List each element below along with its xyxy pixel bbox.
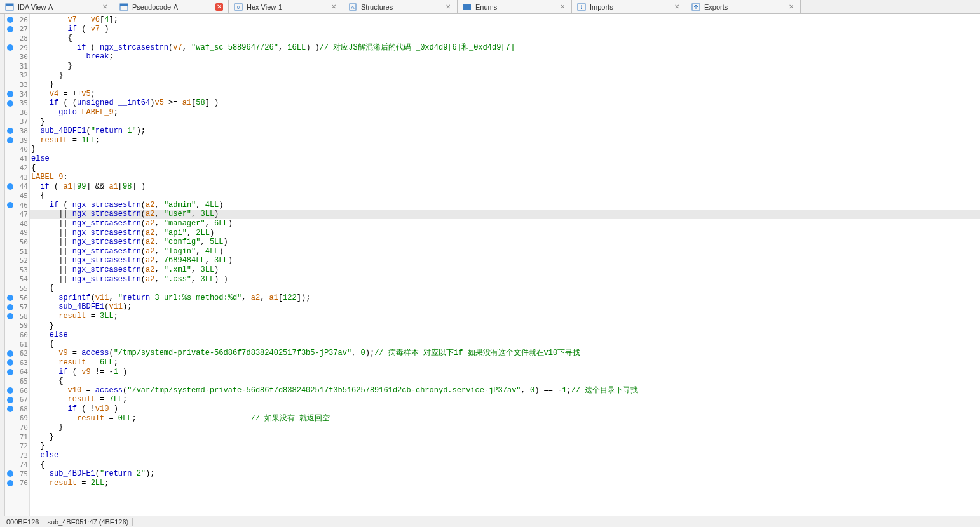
gutter-row[interactable]: 32 xyxy=(5,71,29,81)
breakpoint-dot-icon[interactable] xyxy=(7,387,13,394)
code-line[interactable]: { xyxy=(30,377,980,386)
code-line[interactable]: } xyxy=(30,117,980,127)
gutter-row[interactable]: 43 xyxy=(5,173,29,182)
code-line[interactable]: { xyxy=(30,460,980,470)
breakpoint-dot-icon[interactable] xyxy=(7,26,13,32)
gutter-row[interactable]: 65 xyxy=(5,377,29,386)
code-line[interactable]: { xyxy=(30,164,980,173)
code-line[interactable]: result = 6LL; xyxy=(30,358,980,368)
code-line[interactable]: if ( !v10 ) xyxy=(30,404,980,414)
code-content[interactable]: v7 = v6[4]; if ( v7 ) { if ( ngx_strcase… xyxy=(30,14,980,516)
tab-pseudocode-a[interactable]: Pseudocode-A✕ xyxy=(114,0,229,13)
code-line[interactable]: } xyxy=(30,62,980,71)
code-line[interactable]: } xyxy=(30,71,980,81)
code-line[interactable]: } xyxy=(30,80,980,90)
code-line[interactable]: result = 1LL; xyxy=(30,136,980,145)
gutter-row[interactable]: 71 xyxy=(5,432,29,442)
code-line[interactable]: result = 0LL; // 如果没有 就返回空 xyxy=(30,414,980,424)
code-line[interactable]: } xyxy=(30,441,980,451)
gutter-row[interactable]: 44 xyxy=(5,182,29,192)
code-line[interactable]: || ngx_strcasestrn(a2, "api", 2LL) xyxy=(30,229,980,238)
close-icon[interactable]: ✕ xyxy=(215,3,223,11)
code-line[interactable]: result = 3LL; xyxy=(30,312,980,321)
code-line[interactable]: v7 = v6[4]; xyxy=(30,15,980,25)
breakpoint-dot-icon[interactable] xyxy=(7,128,13,134)
code-line[interactable]: result = 2LL; xyxy=(30,479,980,488)
gutter-row[interactable]: 74 xyxy=(5,460,29,470)
code-line[interactable]: sprintf(v11, "return 3 url:%s method:%d"… xyxy=(30,293,980,303)
tab-imports[interactable]: Imports✕ xyxy=(572,0,686,13)
tab-enums[interactable]: Enums✕ xyxy=(458,0,572,13)
code-line[interactable]: result = 7LL; xyxy=(30,395,980,404)
gutter-row[interactable]: 34 xyxy=(5,90,29,99)
code-line[interactable]: || ngx_strcasestrn(a2, 7689484LL, 3LL) xyxy=(30,256,980,265)
code-line[interactable]: if ( ngx_strcasestrn(a2, "admin", 4LL) xyxy=(30,201,980,210)
close-icon[interactable]: ✕ xyxy=(444,3,452,11)
code-line[interactable]: || ngx_strcasestrn(a2, ".css", 3LL) ) xyxy=(30,275,980,284)
gutter-row[interactable]: 40 xyxy=(5,145,29,154)
code-line[interactable]: break; xyxy=(30,52,980,62)
gutter-row[interactable]: 61 xyxy=(5,340,29,349)
gutter-row[interactable]: 57 xyxy=(5,302,29,312)
gutter-row[interactable]: 35 xyxy=(5,98,29,108)
gutter-row[interactable]: 29 xyxy=(5,43,29,53)
breakpoint-dot-icon[interactable] xyxy=(7,91,13,97)
gutter-row[interactable]: 54 xyxy=(5,275,29,284)
breakpoint-dot-icon[interactable] xyxy=(7,100,13,107)
gutter-row[interactable]: 68 xyxy=(5,404,29,414)
code-line[interactable]: || ngx_strcasestrn(a2, "config", 5LL) xyxy=(30,237,980,247)
gutter-row[interactable]: 45 xyxy=(5,191,29,201)
gutter-row[interactable]: 51 xyxy=(5,247,29,257)
code-line[interactable]: { xyxy=(30,340,980,349)
gutter-row[interactable]: 37 xyxy=(5,117,29,127)
breakpoint-dot-icon[interactable] xyxy=(7,17,13,23)
gutter-row[interactable]: 27 xyxy=(5,25,29,34)
gutter-row[interactable]: 47 xyxy=(5,210,29,219)
tab-ida-view-a[interactable]: IDA View-A✕ xyxy=(0,0,114,13)
gutter-row[interactable]: 31 xyxy=(5,62,29,71)
close-icon[interactable]: ✕ xyxy=(330,3,337,11)
tab-hex-view-1[interactable]: 0Hex View-1✕ xyxy=(229,0,343,13)
gutter-row[interactable]: 36 xyxy=(5,108,29,117)
gutter-row[interactable]: 76 xyxy=(5,479,29,488)
code-line[interactable]: v9 = access("/tmp/systemd-private-56d86f… xyxy=(30,349,980,358)
gutter-row[interactable]: 58 xyxy=(5,312,29,321)
breakpoint-dot-icon[interactable] xyxy=(7,397,13,403)
gutter-row[interactable]: 52 xyxy=(5,256,29,265)
breakpoint-dot-icon[interactable] xyxy=(7,480,13,486)
gutter-row[interactable]: 55 xyxy=(5,284,29,293)
gutter-row[interactable]: 39 xyxy=(5,136,29,145)
code-line[interactable]: else xyxy=(30,330,980,340)
code-line[interactable]: v4 = ++v5; xyxy=(30,90,980,99)
close-icon[interactable]: ✕ xyxy=(559,3,566,11)
code-line[interactable]: sub_4BDFE1("return 1"); xyxy=(30,126,980,136)
gutter-row[interactable]: 72 xyxy=(5,441,29,451)
gutter-row[interactable]: 50 xyxy=(5,237,29,247)
gutter-row[interactable]: 41 xyxy=(5,154,29,164)
code-line[interactable]: { xyxy=(30,34,980,43)
gutter-row[interactable]: 64 xyxy=(5,368,29,377)
code-line[interactable]: if ( v7 ) xyxy=(30,25,980,34)
gutter-row[interactable]: 69 xyxy=(5,414,29,424)
gutter-row[interactable]: 53 xyxy=(5,265,29,275)
code-line[interactable]: sub_4BDFE1("return 2"); xyxy=(30,469,980,479)
code-line[interactable]: LABEL_9: xyxy=(30,173,980,182)
code-line[interactable]: if ( v9 != -1 ) xyxy=(30,368,980,377)
gutter-row[interactable]: 66 xyxy=(5,386,29,396)
gutter-row[interactable]: 67 xyxy=(5,395,29,404)
breakpoint-dot-icon[interactable] xyxy=(7,313,13,319)
breakpoint-dot-icon[interactable] xyxy=(7,304,13,310)
tab-exports[interactable]: Exports✕ xyxy=(686,0,801,13)
gutter-row[interactable]: 30 xyxy=(5,52,29,62)
breakpoint-dot-icon[interactable] xyxy=(7,202,13,208)
gutter-row[interactable]: 56 xyxy=(5,293,29,303)
close-icon[interactable]: ✕ xyxy=(101,3,109,11)
breakpoint-dot-icon[interactable] xyxy=(7,406,13,412)
gutter-row[interactable]: 62 xyxy=(5,349,29,358)
gutter-row[interactable]: 38 xyxy=(5,126,29,136)
code-line[interactable]: goto LABEL_9; xyxy=(30,108,980,117)
gutter-row[interactable]: 48 xyxy=(5,219,29,229)
close-icon[interactable]: ✕ xyxy=(673,3,681,11)
code-line[interactable]: sub_4BDFE1(v11); xyxy=(30,302,980,312)
code-line[interactable]: } xyxy=(30,321,980,331)
